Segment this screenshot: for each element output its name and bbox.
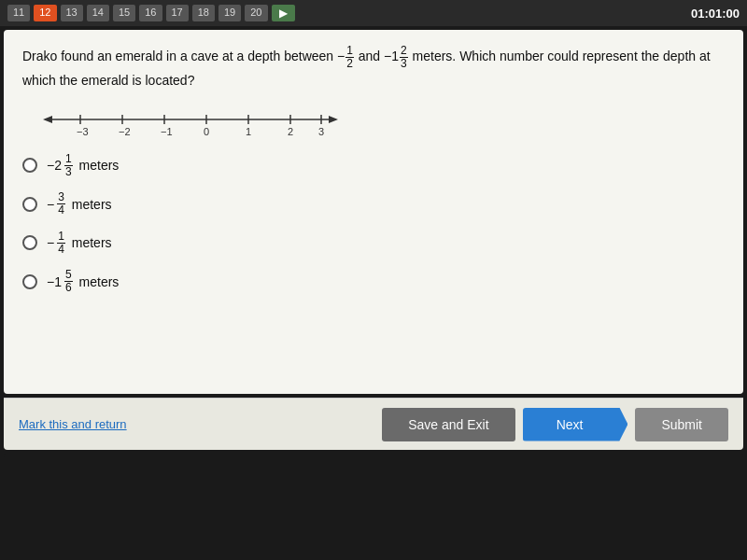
choice-c-sign: − — [47, 235, 54, 250]
svg-marker-1 — [43, 116, 52, 123]
radio-a[interactable] — [22, 158, 37, 173]
choice-d-denominator: 6 — [64, 282, 73, 294]
choice-a-sign: −2 — [47, 158, 62, 173]
choice-a-label: −2 1 3 meters — [47, 153, 119, 178]
choice-a-unit: meters — [76, 158, 120, 173]
choice-c-fraction: 1 4 — [57, 231, 65, 256]
frac1-numerator: 1 — [345, 45, 354, 58]
choice-d-label: −1 5 6 meters — [47, 269, 119, 294]
top-navigation-bar: 11 12 13 14 15 16 17 18 19 20 ▶ 01:01:00 — [0, 0, 747, 26]
question-text-middle: and — [359, 49, 384, 63]
choice-b-numerator: 3 — [57, 191, 65, 204]
choice-b-sign: − — [47, 197, 54, 212]
choice-c[interactable]: − 1 4 meters — [22, 231, 725, 256]
svg-text:−3: −3 — [77, 126, 89, 136]
nav-num-12[interactable]: 12 — [34, 5, 56, 21]
desktop-area — [4, 454, 743, 560]
choice-d-sign: −1 — [47, 274, 62, 289]
svg-text:2: 2 — [288, 126, 293, 136]
choice-b-label: − 3 4 meters — [47, 191, 112, 217]
choice-a[interactable]: −2 1 3 meters — [22, 153, 725, 178]
frac1-sign: − — [337, 49, 345, 63]
choice-d-unit: meters — [76, 274, 120, 289]
choice-c-label: − 1 4 meters — [47, 231, 112, 256]
nav-num-17[interactable]: 17 — [166, 5, 189, 21]
radio-c[interactable] — [22, 235, 37, 250]
number-line: −3 −2 −1 0 1 2 3 — [32, 103, 349, 136]
question-number-nav[interactable]: 11 12 13 14 15 16 17 18 19 20 ▶ — [7, 5, 295, 21]
choice-a-numerator: 1 — [64, 153, 73, 166]
frac1-denominator: 2 — [345, 58, 354, 70]
next-button[interactable]: Next — [523, 408, 628, 441]
nav-num-20[interactable]: 20 — [245, 5, 267, 21]
question-text: Drako found an emerald in a cave at a de… — [22, 45, 725, 91]
svg-text:−1: −1 — [161, 126, 173, 136]
save-and-exit-button[interactable]: Save and Exit — [382, 408, 514, 441]
nav-num-18[interactable]: 18 — [192, 5, 215, 21]
nav-num-19[interactable]: 19 — [218, 5, 241, 21]
nav-num-11[interactable]: 11 — [7, 5, 30, 21]
nav-forward-arrow[interactable]: ▶ — [272, 5, 295, 21]
choice-a-fraction: 1 3 — [64, 153, 73, 178]
question-content-area: Drako found an emerald in a cave at a de… — [4, 30, 743, 394]
nav-num-13[interactable]: 13 — [61, 5, 83, 21]
radio-d[interactable] — [22, 274, 37, 289]
choice-b[interactable]: − 3 4 meters — [22, 191, 725, 217]
answer-choices: −2 1 3 meters − 3 4 meters — [22, 153, 725, 295]
frac2-numerator: 2 — [400, 45, 408, 58]
choice-a-denominator: 3 — [64, 166, 73, 178]
choice-c-denominator: 4 — [57, 244, 65, 256]
frac2-sign: −1 — [384, 49, 399, 63]
fraction-half: 12 — [345, 45, 354, 70]
frac2-denominator: 3 — [400, 58, 408, 70]
footer-action-bar: Mark this and return Save and Exit Next … — [4, 398, 743, 450]
choice-d-numerator: 5 — [64, 269, 73, 282]
action-buttons: Save and Exit Next Submit — [382, 408, 728, 441]
nav-num-16[interactable]: 16 — [139, 5, 162, 21]
number-line-container: −3 −2 −1 0 1 2 3 — [22, 103, 725, 136]
choice-b-fraction: 3 4 — [57, 191, 65, 217]
choice-b-unit: meters — [68, 197, 112, 212]
nav-num-14[interactable]: 14 — [87, 5, 109, 21]
svg-text:1: 1 — [246, 126, 251, 136]
nav-num-15[interactable]: 15 — [113, 5, 135, 21]
mark-and-return-button[interactable]: Mark this and return — [19, 417, 127, 431]
countdown-timer: 01:01:00 — [691, 7, 740, 21]
choice-b-denominator: 4 — [57, 204, 65, 217]
svg-text:−2: −2 — [119, 126, 131, 136]
choice-c-numerator: 1 — [57, 231, 65, 244]
svg-text:3: 3 — [318, 126, 324, 136]
svg-text:0: 0 — [204, 126, 209, 136]
choice-d[interactable]: −1 5 6 meters — [22, 269, 725, 294]
question-text-before: Drako found an emerald in a cave at a de… — [22, 49, 333, 63]
fraction-two-thirds: 23 — [400, 45, 408, 70]
submit-button[interactable]: Submit — [635, 408, 728, 441]
choice-c-unit: meters — [68, 235, 112, 250]
choice-d-fraction: 5 6 — [64, 269, 73, 294]
svg-marker-2 — [329, 116, 338, 123]
radio-b[interactable] — [22, 197, 37, 212]
